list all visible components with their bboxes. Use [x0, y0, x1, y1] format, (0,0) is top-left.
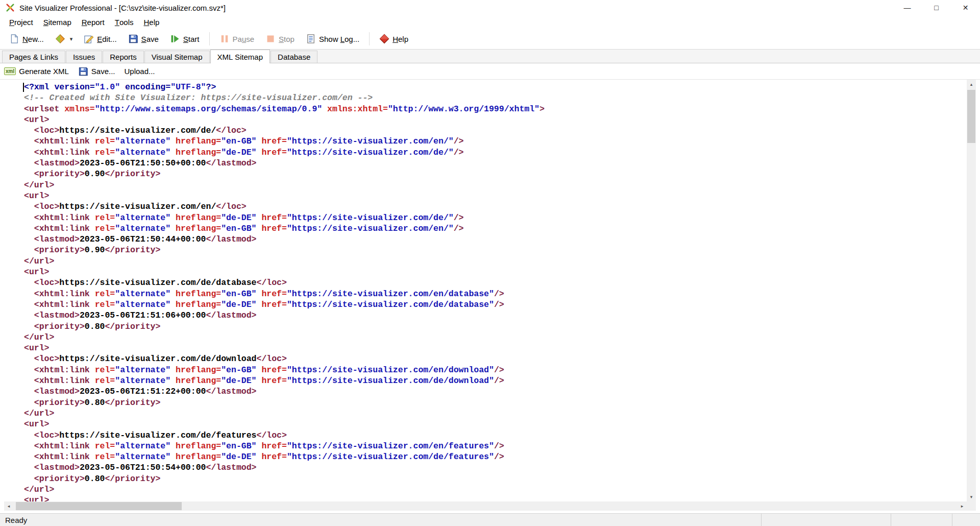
scroll-right-icon[interactable]: ▸ — [958, 501, 967, 511]
code-line: <xhtml:link rel="alternate" hreflang="en… — [24, 365, 967, 375]
tab-issues[interactable]: Issues — [66, 51, 102, 63]
chevron-down-icon[interactable]: ▾ — [70, 36, 73, 42]
maximize-icon: □ — [934, 4, 938, 12]
tab-reports[interactable]: Reports — [103, 51, 144, 63]
new-button[interactable]: New... — [4, 31, 49, 47]
save-button[interactable]: Save — [123, 31, 164, 47]
save-xml-label: Save... — [91, 67, 115, 76]
stop-button[interactable]: Stop — [260, 31, 300, 47]
palette-icon — [55, 34, 65, 44]
code-line: </url> — [24, 408, 967, 419]
code-line: <priority>0.80</priority> — [24, 397, 967, 408]
code-line: <loc>https://site-visualizer.com/en/</lo… — [24, 201, 967, 212]
upload-xml-label: Upload... — [125, 67, 155, 76]
edit-button[interactable]: Edit... — [79, 31, 121, 47]
code-line: <priority>0.90</priority> — [24, 169, 967, 179]
scroll-down-icon[interactable]: ▾ — [967, 492, 976, 501]
editor-region: <?xml version="1.0" encoding="UTF-8"?><!… — [4, 80, 976, 511]
upload-xml-button[interactable]: Upload... — [125, 67, 155, 76]
title-bar: Site Visualizer Professional - [C:\svz\s… — [0, 0, 980, 15]
maximize-button[interactable]: □ — [922, 0, 951, 15]
code-line: <url> — [24, 114, 967, 125]
help-button-label: Help — [393, 35, 408, 43]
code-line: <url> — [24, 190, 967, 201]
code-line: </url> — [24, 180, 967, 190]
pause-icon — [219, 34, 230, 44]
status-panel-1 — [761, 514, 891, 526]
code-line: <xhtml:link rel="alternate" hreflang="de… — [24, 375, 967, 386]
help-button[interactable]: Help — [374, 31, 413, 47]
code-line: <xhtml:link rel="alternate" hreflang="en… — [24, 441, 967, 451]
tab-pages-links[interactable]: Pages & Links — [2, 51, 65, 63]
tab-bar: Pages & LinksIssuesReportsVisual Sitemap… — [0, 50, 980, 63]
code-line: <urlset xmlns="http://www.sitemaps.org/s… — [24, 104, 967, 114]
status-panel-2 — [891, 514, 952, 526]
menu-item-sitemap[interactable]: Sitemap — [38, 15, 77, 29]
code-line: <priority>0.80</priority> — [24, 321, 967, 332]
toolbar-separator — [209, 32, 210, 45]
generate-xml-icon: xml — [4, 67, 16, 75]
code-line: <lastmod>2023-05-06T21:50:54+00:00</last… — [24, 462, 967, 473]
menu-item-tools[interactable]: Tools — [110, 15, 139, 29]
close-button[interactable]: ✕ — [951, 0, 980, 15]
save-button-label: Save — [141, 35, 159, 43]
save-xml-button[interactable]: Save... — [78, 66, 115, 77]
code-line: <?xml version="1.0" encoding="UTF-8"?> — [24, 82, 967, 92]
xml-sitemap-toolbar: xml Generate XML Save... Upload... — [0, 63, 980, 80]
minimize-button[interactable]: — — [893, 0, 922, 15]
code-line: <xhtml:link rel="alternate" hreflang="en… — [24, 223, 967, 234]
code-line: <xhtml:link rel="alternate" hreflang="de… — [24, 147, 967, 158]
code-line: <priority>0.90</priority> — [24, 245, 967, 255]
status-text: Ready — [5, 516, 27, 524]
edit-pencil-icon — [84, 34, 94, 44]
horizontal-scrollbar-thumb[interactable] — [16, 502, 182, 510]
tab-database[interactable]: Database — [271, 51, 317, 63]
new-button-label: New... — [22, 35, 44, 43]
code-line: <url> — [24, 267, 967, 277]
new-document-icon — [9, 34, 19, 44]
code-line: </url> — [24, 484, 967, 495]
horizontal-scrollbar[interactable]: ◂ ▸ — [4, 501, 967, 511]
menu-item-help[interactable]: Help — [139, 15, 165, 29]
window-controls: — □ ✕ — [893, 0, 980, 15]
code-line: <url> — [24, 495, 967, 501]
stop-button-label: Stop — [279, 35, 295, 43]
log-icon — [306, 34, 316, 44]
scroll-left-icon[interactable]: ◂ — [4, 501, 13, 511]
scrollbar-corner — [967, 501, 976, 511]
edit-button-label: Edit... — [97, 35, 116, 43]
xml-editor[interactable]: <?xml version="1.0" encoding="UTF-8"?><!… — [4, 80, 967, 501]
show-log-button[interactable]: Show Log... — [301, 31, 364, 47]
menu-bar: ProjectSitemapReportToolsHelp — [0, 15, 980, 29]
text-caret — [23, 83, 24, 92]
generate-xml-button[interactable]: xml Generate XML — [4, 67, 69, 76]
vertical-scrollbar-thumb[interactable] — [967, 90, 975, 143]
save-floppy-icon — [128, 34, 138, 44]
menu-item-project[interactable]: Project — [4, 15, 38, 29]
scroll-up-icon[interactable]: ▴ — [967, 80, 976, 89]
code-line: <loc>https://site-visualizer.com/de/</lo… — [24, 125, 967, 136]
tab-xml-sitemap[interactable]: XML Sitemap — [210, 50, 270, 63]
tab-visual-sitemap[interactable]: Visual Sitemap — [144, 51, 210, 63]
start-button[interactable]: Start — [165, 31, 205, 47]
start-button-label: Start — [183, 35, 200, 43]
code-line: </url> — [24, 332, 967, 343]
pause-button[interactable]: Pause — [214, 31, 260, 47]
code-line: <xhtml:link rel="alternate" hreflang="de… — [24, 451, 967, 462]
status-panel-3 — [952, 514, 980, 526]
code-line: <lastmod>2023-05-06T21:50:44+00:00</last… — [24, 234, 967, 245]
toolbar-separator — [369, 32, 370, 45]
code-line: <xhtml:link rel="alternate" hreflang="de… — [24, 212, 967, 223]
code-line: <priority>0.80</priority> — [24, 473, 967, 484]
start-icon — [170, 34, 180, 44]
status-bar: Ready — [0, 513, 980, 526]
palette-button[interactable]: ▾ — [50, 31, 78, 47]
pause-button-label: Pause — [233, 35, 255, 43]
menu-item-report[interactable]: Report — [77, 15, 110, 29]
help-icon — [379, 34, 389, 44]
xml-code: <?xml version="1.0" encoding="UTF-8"?><!… — [24, 82, 967, 501]
save-floppy-icon — [78, 66, 88, 77]
close-icon: ✕ — [963, 4, 969, 12]
vertical-scrollbar[interactable]: ▴ ▾ — [967, 80, 976, 501]
code-line: <!-- Created with Site Visualizer: https… — [24, 92, 967, 103]
